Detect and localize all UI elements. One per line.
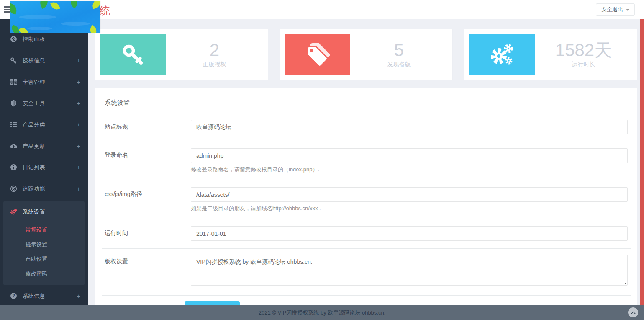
stat-cards-row: 2 正版授权 5 发现盗版 1582天 运行时长 [95,29,637,80]
scroll-to-top-button[interactable] [628,307,638,317]
sidebar-item-label: 卡密管理 [23,78,77,86]
settings-panel: 系统设置 站点标题 登录命名 修改登录路命名，请留意修改根目录的（index.p… [95,88,637,320]
question-icon: ? [10,292,17,299]
leaf-icon [37,1,50,9]
leaf-icon [68,1,80,8]
help-text: 修改登录路命名，请留意修改根目录的（index.php）. [191,166,628,173]
sidebar-item-product-category[interactable]: 产品分类 + [0,114,88,135]
gears-icon [10,208,17,215]
expand-plus-icon: + [77,143,80,150]
sidebar-item-tracking[interactable]: 追踪功能 + [0,178,88,199]
form-row-copyright: 版权设置 VIP闪拼授权系统 by 欧皇源码论坛 ohbbs.cn. [102,249,631,294]
expand-plus-icon: + [77,186,80,192]
footer-copyright: 2021 © VIP闪拼授权系统 by 欧皇源码论坛 ohbbs.cn. [259,310,386,316]
leaf-icon [50,1,60,11]
form-row-login-name: 登录命名 修改登录路命名，请留意修改根目录的（index.php）. [102,142,631,181]
sidebar-item-log-list[interactable]: 日记列表 + [0,157,88,178]
field-label: 版权设置 [105,255,191,287]
field-label: 运行时间 [105,226,191,241]
key-icon [10,57,17,64]
copyright-textarea[interactable]: VIP闪拼授权系统 by 欧皇源码论坛 ohbbs.cn. [191,255,628,286]
site-title-input[interactable] [191,120,628,134]
admin-page: { "theme": { "teal": "#5dd0c0", "coral":… [0,0,644,320]
sidebar-item-security-tools[interactable]: 安全工具 + [0,93,88,114]
list-icon [10,121,17,128]
bullseye-icon [10,185,17,192]
leaf-icon [88,25,99,33]
sidebar-item-label: 控制面板 [23,36,80,43]
logout-button[interactable]: 安全退出 [596,3,635,16]
sidebar-item-label: 日记列表 [23,164,77,171]
sidebar-item-label: 安全工具 [23,100,77,107]
leaf-icon [10,3,18,15]
form-row-site-title: 站点标题 [102,114,631,142]
gears-icon [469,34,535,75]
sidebar-item-system-info[interactable]: ? 系统信息 + [0,285,88,307]
dashboard-icon [10,36,17,43]
stat-card-genuine-auth: 2 正版授权 [95,29,268,80]
form-row-assets-path: css/js/img路径 如果是二级目录的朋友，请加域名http://ohbbs… [102,181,631,220]
sidebar-subitem-general-settings[interactable]: 常规设置 [3,222,85,237]
stat-value: 5 [394,41,404,59]
shield-icon [10,100,17,107]
sidebar-item-auth-info[interactable]: 授权信息 + [0,50,88,71]
field-label: css/js/img路径 [105,187,191,212]
chevron-down-icon [626,9,629,11]
page-title: 统 [100,4,171,18]
sidebar-item-label: 产品分类 [23,121,77,129]
key-icon [100,34,166,75]
sidebar-subitem-selfservice-settings[interactable]: 自助设置 [3,252,85,266]
expand-plus-icon: + [77,57,80,64]
collapse-minus-icon: − [74,209,77,215]
info-icon [10,164,17,171]
sidebar-section-system-settings: 系统设置 − 常规设置 提示设置 自助设置 修改密码 [3,201,85,285]
leaf-icon [19,26,28,33]
sidebar-item-product-update[interactable]: 产品更新 + [0,135,88,157]
stat-card-uptime: 1582天 运行时长 [464,29,637,80]
field-label: 登录命名 [105,148,191,173]
sidebar-item-label: 系统设置 [23,208,74,216]
sidebar-item-label: 系统信息 [23,292,77,300]
cloud-upload-icon [10,142,17,150]
form-row-run-date: 运行时间 [102,220,631,248]
sidebar-subitem-change-password[interactable]: 修改密码 [3,266,85,281]
expand-plus-icon: + [77,164,80,171]
svg-text:?: ? [12,294,15,298]
vertical-scrollbar-thumb[interactable] [640,19,644,305]
sidebar-item-label: 产品更新 [23,142,77,150]
logo-banner-image [10,1,100,33]
sidebar-nav: 控制面板 授权信息 + 卡密管理 + 安全工具 + 产品分类 + 产品更新 + [0,19,88,305]
stat-card-piracy-found: 5 发现盗版 [280,29,452,80]
sidebar-item-system-settings[interactable]: 系统设置 − [3,201,85,222]
sidebar-subitem-prompt-settings[interactable]: 提示设置 [3,237,85,252]
panel-title: 系统设置 [102,88,631,114]
expand-plus-icon: + [77,79,80,85]
run-date-input[interactable] [191,226,628,241]
logout-label: 安全退出 [601,6,623,13]
stat-label: 正版授权 [203,61,226,68]
help-text: 如果是二级目录的朋友，请加域名http://ohbbs.cn/xxx . [191,205,628,212]
qrcode-icon [10,78,17,85]
sidebar-item-card-key[interactable]: 卡密管理 + [0,71,88,93]
tags-icon [285,34,350,75]
chevron-up-icon [631,311,636,314]
main-content: 2 正版授权 5 发现盗版 1582天 运行时长 系统设置 [88,19,644,320]
assets-path-input[interactable] [191,187,628,202]
stat-label: 运行时长 [572,61,595,68]
leaf-icon [91,1,100,9]
page-footer: 2021 © VIP闪拼授权系统 by 欧皇源码论坛 ohbbs.cn. [0,305,644,320]
field-label: 站点标题 [105,120,191,134]
stat-label: 发现盗版 [387,61,411,68]
sidebar-item-label: 追踪功能 [23,185,77,193]
stat-value: 2 [210,41,219,59]
login-name-input[interactable] [191,148,628,163]
stat-value: 1582天 [555,41,612,59]
sidebar-item-label: 授权信息 [23,57,77,65]
expand-plus-icon: + [77,293,80,299]
expand-plus-icon: + [77,121,80,128]
expand-plus-icon: + [77,100,80,107]
